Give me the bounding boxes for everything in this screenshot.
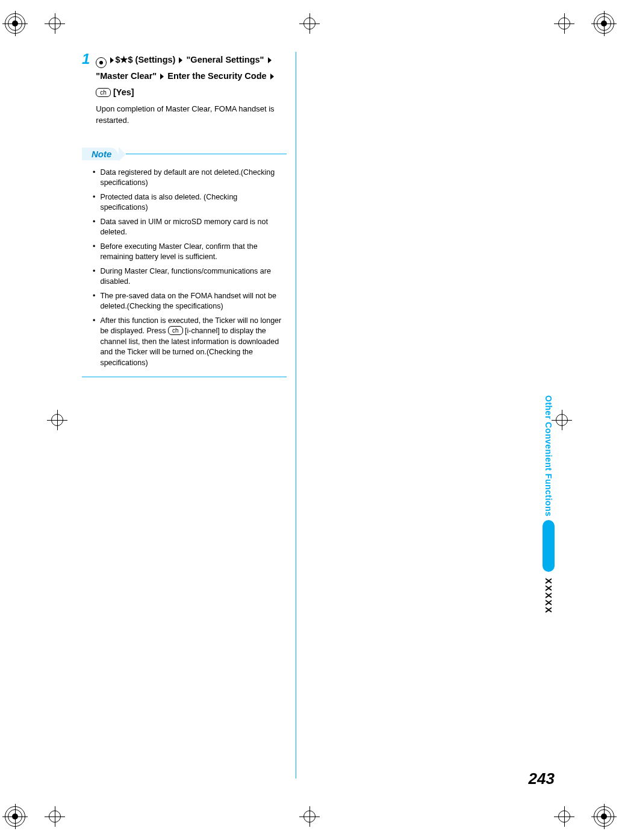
left-column: 1 $★$ (Settings) "General Settings" "Mas… — [82, 52, 287, 377]
side-tab-marker: XXXXX — [544, 578, 554, 614]
reg-mid-right-icon — [552, 410, 572, 430]
column-divider — [296, 52, 296, 779]
arrow-icon — [268, 57, 272, 63]
note-item: Before executing Master Clear, confirm t… — [82, 242, 287, 263]
reg-target-icon — [594, 13, 614, 34]
note-chevron-icon — [119, 147, 126, 161]
reg-target-icon — [5, 13, 25, 34]
page-content: 1 $★$ (Settings) "General Settings" "Mas… — [82, 52, 555, 788]
side-tab: Other Convenient Functions XXXXX — [543, 395, 555, 614]
reg-cross-icon — [554, 806, 574, 827]
note-bottom-divider — [82, 377, 287, 377]
reg-mid-bottom-icon — [299, 806, 320, 827]
reg-mid-top-icon — [299, 13, 320, 34]
reg-mark-tl — [5, 13, 65, 34]
side-tab-pill — [543, 520, 555, 572]
note-item: Data saved in UIM or microSD memory card… — [82, 217, 287, 238]
settings-label: (Settings) — [135, 55, 176, 64]
reg-target-icon — [5, 806, 25, 827]
page-number: 243 — [529, 769, 555, 788]
center-key-icon — [96, 57, 107, 68]
enter-security: Enter the Security Code — [167, 71, 266, 81]
arrow-icon — [110, 57, 114, 63]
note-title: Note — [82, 148, 119, 160]
note-item: After this function is executed, the Tic… — [82, 316, 287, 369]
reg-target-icon — [594, 806, 614, 827]
reg-cross-icon — [45, 806, 65, 827]
reg-cross-icon — [45, 13, 65, 34]
reg-mark-tr — [554, 13, 614, 34]
step-number: 1 — [82, 52, 90, 66]
note-block: Note Data registered by default are not … — [82, 147, 287, 378]
yes-label: [Yes] — [113, 87, 134, 97]
ch-key-icon: ch — [96, 88, 111, 97]
note-item: During Master Clear, functions/communica… — [82, 266, 287, 287]
step-dollars: $★$ — [115, 55, 132, 64]
reg-mark-br — [554, 806, 614, 827]
side-tab-label: Other Convenient Functions — [544, 395, 553, 516]
note-list: Data registered by default are not delet… — [82, 168, 287, 369]
ch-key-icon: ch — [168, 326, 183, 335]
note-item: The pre-saved data on the FOMA handset w… — [82, 291, 287, 312]
note-item: Protected data is also deleted. (Checkin… — [82, 192, 287, 213]
step-1: 1 $★$ (Settings) "General Settings" "Mas… — [82, 52, 287, 127]
reg-mark-bl — [5, 806, 65, 827]
step-instructions: $★$ (Settings) "General Settings" "Maste… — [96, 52, 287, 127]
step-result: Upon completion of Master Clear, FOMA ha… — [96, 103, 287, 127]
arrow-icon — [270, 74, 274, 80]
nav-general: "General Settings" — [186, 55, 264, 64]
nav-master: "Master Clear" — [96, 71, 157, 81]
arrow-icon — [179, 57, 182, 63]
note-divider — [126, 154, 287, 154]
reg-mid-left-icon — [47, 410, 67, 430]
reg-cross-icon — [554, 13, 574, 34]
arrow-icon — [160, 74, 164, 80]
note-header: Note — [82, 147, 287, 161]
note-item: Data registered by default are not delet… — [82, 168, 287, 189]
